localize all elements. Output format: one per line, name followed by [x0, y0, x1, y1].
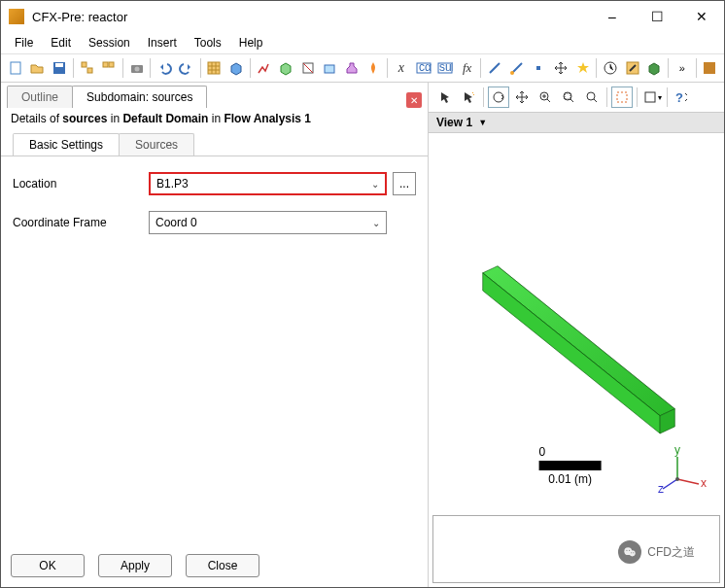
menu-tools[interactable]: Tools — [187, 34, 229, 52]
save-icon[interactable] — [49, 57, 70, 79]
material-icon[interactable] — [341, 57, 362, 79]
svg-point-16 — [510, 71, 514, 75]
tab-close-icon[interactable]: ✕ — [406, 92, 422, 108]
fit-icon[interactable] — [581, 86, 603, 108]
svg-rect-9 — [208, 62, 220, 74]
svg-line-32 — [663, 479, 677, 489]
viewport-pane: ▾ ? View 1 ▼ — [429, 83, 724, 587]
function-icon[interactable]: fx — [457, 57, 478, 79]
open-icon[interactable] — [27, 57, 49, 79]
minimize-button[interactable]: – — [590, 1, 635, 32]
view-bar[interactable]: View 1 ▼ — [429, 112, 724, 133]
maximize-button[interactable]: ☐ — [635, 1, 679, 32]
analysis-icon[interactable] — [254, 57, 275, 79]
reactor-geometry — [483, 266, 675, 433]
redo-icon[interactable] — [176, 57, 197, 79]
rotate-icon[interactable] — [488, 86, 509, 108]
menu-edit[interactable]: Edit — [43, 34, 79, 52]
viewport-toolbar: ▾ ? — [429, 83, 724, 112]
svg-rect-4 — [87, 68, 92, 73]
menu-bar: File Edit Session Insert Tools Help — [1, 32, 724, 53]
svg-rect-27 — [645, 92, 655, 102]
svg-point-21 — [494, 92, 503, 102]
camera-icon[interactable] — [126, 57, 148, 79]
svg-point-34 — [675, 477, 679, 481]
expression-icon[interactable]: x — [391, 57, 412, 79]
pan-icon[interactable] — [511, 86, 533, 108]
reaction-icon[interactable] — [363, 57, 385, 79]
cel-icon[interactable]: cα — [413, 57, 434, 79]
apply-button[interactable]: Apply — [98, 554, 172, 577]
chevron-down-icon: ⌄ — [372, 218, 380, 228]
axis-triad: y x z — [658, 445, 707, 494]
details-line: Details of sources in Default Domain in … — [1, 108, 428, 129]
sub-icon[interactable]: sub — [434, 57, 456, 79]
svg-text:x: x — [701, 476, 707, 490]
close-button[interactable]: Close — [186, 554, 259, 577]
svg-rect-3 — [82, 62, 86, 67]
app-icon — [9, 9, 24, 24]
boundary-icon[interactable] — [297, 57, 319, 79]
zoom-in-icon[interactable] — [535, 86, 556, 108]
shading-icon[interactable]: ▾ — [641, 86, 663, 108]
line-tool-icon[interactable] — [484, 57, 505, 79]
zoom-box-icon[interactable] — [558, 86, 579, 108]
star-cursor-icon[interactable] — [458, 86, 479, 108]
menu-file[interactable]: File — [7, 34, 41, 52]
point-tool-icon[interactable] — [529, 57, 550, 79]
tree-expand-icon[interactable] — [77, 57, 98, 79]
location-combo[interactable]: B1.P3 ⌄ — [149, 172, 387, 195]
message-box[interactable] — [432, 515, 720, 583]
svg-rect-17 — [536, 66, 540, 70]
cursor-icon[interactable] — [434, 86, 456, 108]
mesh-icon[interactable] — [204, 57, 225, 79]
star-tool-icon[interactable] — [572, 57, 594, 79]
svg-rect-2 — [55, 63, 63, 67]
help-icon[interactable]: ? — [672, 86, 693, 108]
edge-tool-icon[interactable] — [506, 57, 528, 79]
toolbar-overflow[interactable]: » — [672, 57, 693, 79]
location-browse-button[interactable]: ... — [393, 172, 416, 195]
clock-icon[interactable] — [600, 57, 621, 79]
coord-frame-label: Coordinate Frame — [13, 216, 149, 229]
domain-icon[interactable] — [275, 57, 296, 79]
svg-text:y: y — [674, 445, 680, 457]
tab-outline[interactable]: Outline — [7, 86, 73, 108]
coord-frame-value: Coord 0 — [155, 216, 197, 229]
svg-point-8 — [134, 67, 139, 72]
box-icon[interactable] — [225, 57, 247, 79]
select-mode-icon[interactable] — [611, 86, 633, 108]
svg-text:z: z — [658, 482, 664, 494]
svg-line-30 — [677, 479, 699, 484]
menu-session[interactable]: Session — [81, 34, 138, 52]
tab-subdomain[interactable]: Subdomain: sources — [72, 86, 207, 108]
view-label: View 1 — [436, 116, 472, 129]
coord-frame-combo[interactable]: Coord 0 ⌄ — [149, 211, 387, 234]
subtab-sources[interactable]: Sources — [119, 133, 194, 156]
svg-rect-6 — [109, 62, 114, 67]
svg-point-25 — [587, 92, 595, 100]
viewport-canvas[interactable]: 0 0.01 (m) y x z — [429, 133, 724, 511]
undo-icon[interactable] — [154, 57, 175, 79]
write-icon[interactable] — [622, 57, 643, 79]
move-tool-icon[interactable] — [550, 57, 571, 79]
tree-collapse-icon[interactable] — [98, 57, 120, 79]
svg-rect-5 — [103, 62, 108, 67]
menu-insert[interactable]: Insert — [140, 34, 185, 52]
svg-text:sub: sub — [439, 60, 453, 74]
title-bar: CFX-Pre: reactor – ☐ ✕ — [1, 1, 724, 32]
svg-rect-26 — [617, 92, 627, 102]
svg-rect-24 — [565, 93, 570, 99]
close-window-button[interactable]: ✕ — [679, 1, 724, 32]
subtab-basic-settings[interactable]: Basic Settings — [13, 133, 120, 156]
main-toolbar: x cα sub fx » — [1, 53, 724, 83]
region-icon[interactable] — [319, 57, 340, 79]
menu-help[interactable]: Help — [231, 34, 271, 52]
palette-icon[interactable] — [700, 57, 721, 79]
ok-button[interactable]: OK — [11, 554, 85, 577]
solver-icon[interactable] — [643, 57, 665, 79]
scale-bar: 0 0.01 (m) — [539, 445, 602, 486]
properties-pane: Outline Subdomain: sources ✕ Details of … — [1, 83, 429, 587]
new-icon[interactable] — [5, 57, 26, 79]
svg-text:cα: cα — [419, 60, 432, 74]
